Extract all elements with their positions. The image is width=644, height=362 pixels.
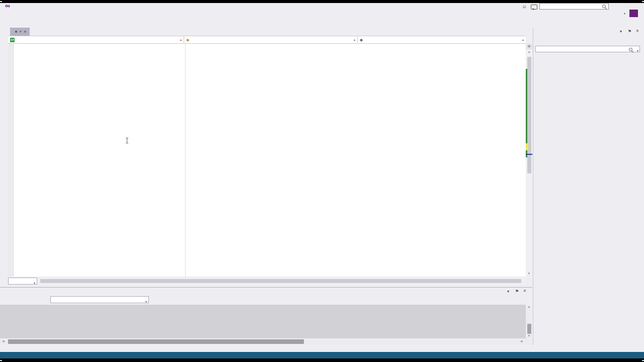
quick-launch-input[interactable] <box>539 3 609 10</box>
pin-icon[interactable]: ⚑ <box>515 289 519 294</box>
editor-horizontal-scrollbar[interactable] <box>38 278 526 285</box>
code-editor[interactable] <box>8 44 526 277</box>
scroll-right-icon[interactable]: ► <box>520 339 524 343</box>
tab-close-icon[interactable]: × <box>24 30 26 34</box>
scroll-up-icon[interactable]: ▲ <box>526 305 532 308</box>
chevron-down-icon: ▾ <box>354 38 355 42</box>
window-position-icon[interactable]: ▾ <box>507 289 509 294</box>
video-corner-dot <box>642 360 644 361</box>
scrollbar-thumb[interactable] <box>8 339 304 344</box>
scrollbar-thumb[interactable] <box>527 324 531 334</box>
scroll-left-icon[interactable]: ◄ <box>2 339 5 343</box>
search-icon <box>628 47 633 52</box>
output-horizontal-scrollbar[interactable]: ◄ ► <box>0 338 532 345</box>
video-corner-dot <box>0 360 2 361</box>
avatar[interactable] <box>629 10 638 17</box>
caret-position-annotation <box>526 154 532 155</box>
chevron-down-icon[interactable]: ▾ <box>624 12 625 15</box>
output-vertical-scrollbar[interactable]: ▲ ▼ <box>526 305 532 338</box>
scrollbar-thumb[interactable] <box>40 279 521 283</box>
splitter-handle[interactable]: ✛ <box>526 44 532 49</box>
title-bar: ∞ ☺ <box>0 3 644 11</box>
chevron-down-icon: ▾ <box>34 280 35 284</box>
chevron-down-icon: ▾ <box>145 299 147 303</box>
visual-studio-window: ∞ ☺ ▾ + × C# ▾ ◆ ▾ <box>0 0 644 362</box>
change-annotation-unsaved <box>526 143 528 150</box>
zoom-dropdown[interactable]: ▾ <box>8 278 37 285</box>
chevron-down-icon: ▾ <box>180 38 182 42</box>
close-icon[interactable]: × <box>636 28 639 34</box>
scrollbar-thumb[interactable] <box>527 57 531 173</box>
project-dropdown[interactable]: C# ▾ <box>8 36 184 43</box>
pin-icon[interactable]: ⚑ <box>628 29 631 34</box>
scroll-down-icon[interactable]: ▼ <box>526 334 532 337</box>
letterbox-bottom <box>0 358 644 362</box>
video-corner-dot <box>642 1 644 2</box>
solution-explorer-panel: ▾ ⚑ × ▾ <box>533 28 644 345</box>
scroll-up-icon[interactable]: ▲ <box>526 50 532 53</box>
editor-vertical-scrollbar[interactable]: ✛ ▲ ▼ <box>526 44 532 276</box>
notifications-icon[interactable] <box>531 5 537 10</box>
send-feedback-icon[interactable]: ☺ <box>522 4 527 9</box>
close-icon[interactable]: × <box>523 288 526 294</box>
scroll-down-icon[interactable]: ▼ <box>526 272 532 275</box>
document-tab-program-cs[interactable]: + × <box>10 28 30 36</box>
output-source-dropdown[interactable]: ▾ <box>50 296 149 303</box>
class-icon: ◆ <box>186 38 189 42</box>
editor-navigation-bar: C# ▾ ◆ ▾ ◆ ▾ <box>8 36 526 44</box>
tab-pin-icon[interactable]: + <box>19 30 22 34</box>
window-position-icon[interactable]: ▾ <box>620 29 622 34</box>
solution-explorer-search-input[interactable]: ▾ <box>535 46 640 52</box>
tab-dot-icon <box>15 31 17 33</box>
type-dropdown[interactable]: ◆ ▾ <box>184 36 357 43</box>
chevron-down-icon[interactable]: ▾ <box>637 48 638 54</box>
status-bar <box>0 352 644 358</box>
output-console[interactable] <box>0 305 526 339</box>
output-panel: ▾ ⚑ × ▾ ▲ ▼ ◄ ► <box>0 287 532 345</box>
breakpoint-margin[interactable] <box>8 44 14 277</box>
member-dropdown[interactable]: ◆ ▾ <box>358 36 526 43</box>
method-icon: ◆ <box>360 38 363 42</box>
video-corner-dot <box>0 1 2 2</box>
chevron-down-icon: ▾ <box>522 38 524 42</box>
visual-studio-logo-icon: ∞ <box>5 2 10 10</box>
search-icon <box>602 4 607 9</box>
csharp-project-icon: C# <box>10 38 15 42</box>
editor-guideline <box>185 44 186 277</box>
mouse-ibeam-cursor <box>127 138 127 143</box>
